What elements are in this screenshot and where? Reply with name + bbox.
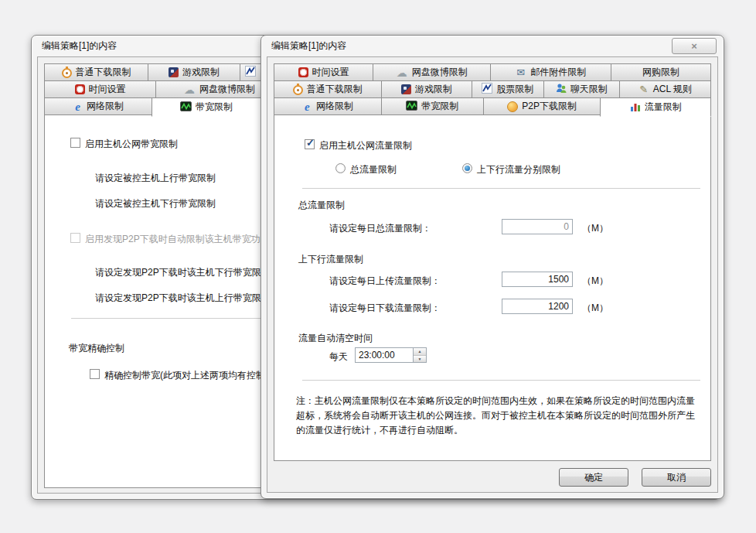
dialog-title: 编辑策略[1]的内容 <box>271 39 346 53</box>
p2p-icon <box>507 101 518 112</box>
tab-bandwidth-limit[interactable]: 带宽限制 <box>381 97 484 115</box>
tab-game-limit[interactable]: 游戏限制 <box>148 63 240 81</box>
tab-normal-download-limit[interactable]: 普通下载限制 <box>274 80 382 98</box>
tab-netdisk-weibo-limit[interactable]: 网盘微博限制 <box>373 63 490 81</box>
tab-label: 网盘微博限制 <box>199 83 255 96</box>
close-button[interactable]: × <box>672 38 717 54</box>
tab-label: 普通下载限制 <box>76 66 131 79</box>
precise-bandwidth-checkbox[interactable]: 精确控制带宽(此项对上述两项均有控制 <box>90 369 265 382</box>
downlink-bandwidth-label: 请设定被控主机下行带宽限制 <box>95 197 216 210</box>
p2p-downlink-label: 请设定发现P2P下载时该主机下行带宽限制 <box>95 266 271 279</box>
tab-network-limit[interactable]: 网络限制 <box>274 97 382 115</box>
bar-chart-icon <box>630 101 641 114</box>
desktop: 编辑策略[1]的内容 普通下载限制 游戏限制 <box>0 0 756 533</box>
tab-label: ACL 规则 <box>653 83 692 96</box>
tab-online-shopping-limit[interactable]: 网购限制 <box>611 63 711 81</box>
tab-label: 流量限制 <box>645 101 682 114</box>
waveform-icon <box>406 101 417 113</box>
dialog-title: 编辑策略[1]的内容 <box>42 39 117 53</box>
tab-p2p-download-limit[interactable]: P2P下载限制 <box>483 97 601 115</box>
split-traffic-radio[interactable]: 上下行流量分别限制 <box>462 163 560 176</box>
gamepad-icon <box>169 67 179 77</box>
stock-chart-icon <box>245 66 256 79</box>
tab-bandwidth-limit[interactable]: 带宽限制 <box>152 97 261 117</box>
tab-game-limit[interactable]: 游戏限制 <box>381 80 472 98</box>
tab-network-limit[interactable]: 网络限制 <box>44 97 152 115</box>
precise-control-section-title: 带宽精确控制 <box>69 342 124 355</box>
tab-label: 普通下载限制 <box>307 83 363 96</box>
split-section-title: 上下行流量限制 <box>298 253 363 266</box>
tab-label: 聊天限制 <box>570 83 608 96</box>
reset-time-input[interactable]: 23:00:00 <box>355 347 414 363</box>
uplink-bandwidth-label: 请设定被控主机上行带宽限制 <box>95 172 216 185</box>
chat-users-icon <box>556 83 567 96</box>
upload-limit-input[interactable]: 1500 <box>502 272 573 287</box>
tab-normal-download-limit[interactable]: 普通下载限制 <box>44 63 148 81</box>
tab-time-settings[interactable]: 时间设置 <box>44 80 156 98</box>
p2p-auto-limit-checkbox[interactable]: 启用发现P2P下载时自动限制该主机带宽功 <box>70 233 261 246</box>
tab-label: 邮件附件限制 <box>530 66 586 79</box>
radio-label: 上下行流量分别限制 <box>477 163 560 176</box>
time-spinner[interactable]: ▲ ▼ <box>414 347 427 363</box>
ie-globe-icon <box>302 101 312 112</box>
checkbox-label: 启用主机公网流量限制 <box>319 139 412 152</box>
tab-strip: 时间设置 网盘微博限制 邮件附件限制 网购限制 <box>274 63 711 115</box>
tab-label: 游戏限制 <box>182 66 220 79</box>
p2p-uplink-label: 请设定发现P2P下载时该主机上行带宽限制 <box>95 292 271 305</box>
tab-page-traffic: ✓ 启用主机公网流量限制 总流量限制 上下行流量分别限制 总流量限制 请设定每日… <box>274 114 711 461</box>
tab-label: 游戏限制 <box>415 83 452 96</box>
total-unit-label: （M） <box>582 222 608 235</box>
waveform-icon <box>180 101 192 114</box>
gamepad-icon <box>401 84 411 94</box>
note-text: 注：主机公网流量限制仅在本策略所设定的时间范围内生效，如果在策略所设定的时间范围… <box>296 394 703 438</box>
ie-globe-icon <box>73 101 83 112</box>
tab-mail-attachment-limit[interactable]: 邮件附件限制 <box>490 63 611 81</box>
total-section-title: 总流量限制 <box>298 199 345 212</box>
spinner-down-icon[interactable]: ▼ <box>414 356 426 363</box>
tab-time-settings[interactable]: 时间设置 <box>274 63 373 81</box>
download-limit-input[interactable]: 1200 <box>502 299 573 314</box>
tab-label: 带宽限制 <box>196 101 233 114</box>
stock-chart-icon <box>482 83 492 96</box>
enable-traffic-limit-checkbox[interactable]: ✓ 启用主机公网流量限制 <box>305 139 412 152</box>
radio-label: 总流量限制 <box>350 163 397 176</box>
radio-circle[interactable] <box>462 163 472 173</box>
checkbox-box[interactable] <box>70 233 80 243</box>
envelope-icon <box>515 67 526 78</box>
dialog-edit-policy-traffic: 编辑策略[1]的内容 × 时间设置 网盘微博限制 邮件附 <box>261 35 724 499</box>
tab-label: 带宽限制 <box>421 100 458 113</box>
tab-label: 网盘微博限制 <box>412 66 468 79</box>
everyday-label: 每天 <box>329 350 348 364</box>
checkmark-icon: ✓ <box>306 137 315 149</box>
total-limit-input[interactable]: 0 <box>502 219 573 234</box>
checkbox-label: 精确控制带宽(此项对上述两项均有控制 <box>104 369 265 382</box>
alarm-clock-icon <box>298 67 308 77</box>
ok-button[interactable]: 确定 <box>559 468 628 487</box>
cloud-icon <box>183 84 196 95</box>
radio-circle[interactable] <box>335 163 346 173</box>
dialog-client-area: 时间设置 网盘微博限制 邮件附件限制 网购限制 <box>267 56 718 493</box>
spinner-up-icon[interactable]: ▲ <box>414 348 426 356</box>
upload-unit-label: （M） <box>582 275 608 288</box>
tab-acl-rules[interactable]: ACL 规则 <box>619 80 711 98</box>
total-traffic-radio[interactable]: 总流量限制 <box>335 163 397 176</box>
checkbox-label: 启用发现P2P下载时自动限制该主机带宽功 <box>85 233 261 246</box>
tab-label: 时间设置 <box>312 66 349 79</box>
tab-stock-limit[interactable]: 股票限制 <box>472 80 544 98</box>
tab-chat-limit[interactable]: 聊天限制 <box>543 80 620 98</box>
download-unit-label: （M） <box>582 302 608 315</box>
separator <box>302 380 700 381</box>
checkbox-box[interactable] <box>70 138 80 148</box>
title-bar[interactable]: 编辑策略[1]的内容 <box>261 36 724 56</box>
stopwatch-icon <box>293 85 303 95</box>
enable-bandwidth-limit-checkbox[interactable]: 启用主机公网带宽限制 <box>70 138 178 151</box>
separator <box>302 188 700 189</box>
cancel-button[interactable]: 取消 <box>642 468 711 487</box>
cloud-icon <box>396 67 408 78</box>
tab-traffic-limit[interactable]: 流量限制 <box>600 97 711 117</box>
download-limit-label: 请设定每日下载流量限制： <box>329 302 441 315</box>
checkbox-box[interactable] <box>90 369 100 379</box>
tab-label: 网购限制 <box>642 66 679 79</box>
checkbox-box[interactable]: ✓ <box>305 139 315 149</box>
checkbox-label: 启用主机公网带宽限制 <box>85 138 178 151</box>
